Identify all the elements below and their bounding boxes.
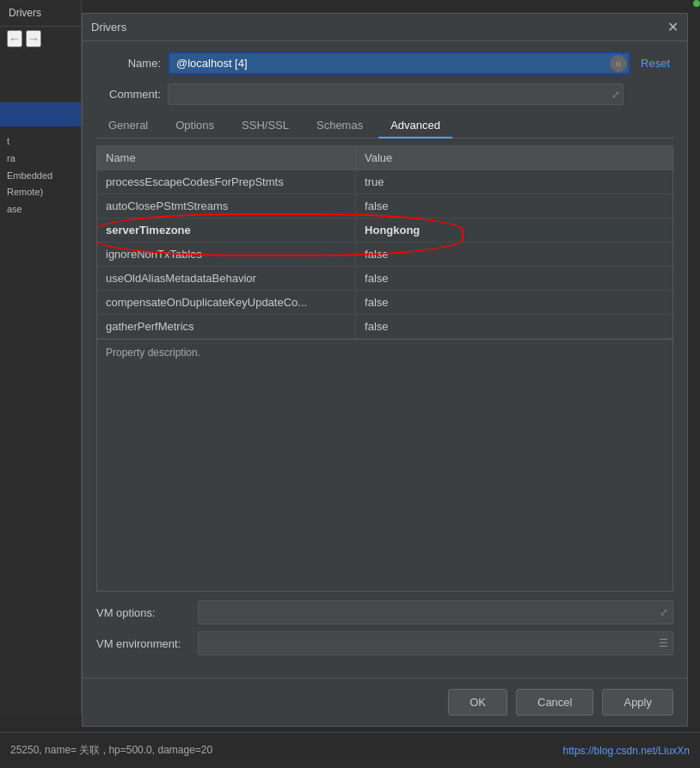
- comment-label: Comment:: [96, 88, 161, 101]
- vm-options-input[interactable]: [198, 600, 673, 624]
- table-row[interactable]: compensateOnDuplicateKeyUpdateCo... fals…: [97, 291, 672, 315]
- cell-timezone-value: Hongkong: [356, 218, 672, 242]
- name-input[interactable]: [168, 52, 630, 75]
- tab-general[interactable]: General: [96, 114, 160, 138]
- vm-environment-wrapper: ☰: [198, 631, 673, 655]
- comment-row: Comment: ⤢: [96, 83, 673, 105]
- cancel-button[interactable]: Cancel: [516, 689, 593, 716]
- sidebar-label-embedded: Embedded: [7, 168, 74, 185]
- vm-options-row: VM options: ⤢: [96, 600, 673, 624]
- tab-options[interactable]: Options: [163, 114, 226, 138]
- reset-button[interactable]: Reset: [637, 57, 673, 70]
- table-row-timezone[interactable]: serverTimezone Hongkong: [97, 218, 672, 243]
- sidebar-label-t: t: [7, 133, 74, 151]
- tab-schemas[interactable]: Schemas: [304, 114, 375, 138]
- table-header-name: Name: [97, 146, 356, 169]
- sidebar-label-remote: Remote): [7, 184, 74, 201]
- cell-name: processEscapeCodesForPrepStmts: [97, 170, 356, 194]
- dialog-close-button[interactable]: ✕: [667, 19, 679, 35]
- comment-expand-icon[interactable]: ⤢: [611, 89, 620, 101]
- sidebar-selected-item[interactable]: [0, 102, 81, 126]
- dialog-footer: OK Cancel Apply: [83, 678, 687, 726]
- main-dialog: Drivers ✕ Name: ○ Reset Comment: ⤢ Gener…: [82, 13, 688, 727]
- nav-forward-button[interactable]: →: [26, 30, 41, 47]
- description-text: Property description.: [106, 347, 200, 359]
- table-header-value: Value: [356, 146, 672, 169]
- table-row[interactable]: useOldAliasMetadataBehavior false: [97, 267, 672, 291]
- left-panel: Drivers ← → t ra Embedded Remote) ase: [0, 0, 82, 714]
- name-clear-button[interactable]: ○: [610, 55, 627, 72]
- status-bar: 25250, name= 关联 , hp=500.0, damage=20 ht…: [0, 732, 700, 768]
- nav-back-button[interactable]: ←: [7, 30, 22, 47]
- cell-value: true: [356, 170, 672, 194]
- table-row[interactable]: ignoreNonTxTables false: [97, 243, 672, 267]
- cell-name: gatherPerfMetrics: [97, 315, 356, 338]
- vm-options-label: VM options:: [96, 606, 191, 619]
- name-row: Name: ○ Reset: [96, 52, 673, 75]
- sidebar-label-ra: ra: [7, 151, 74, 168]
- ok-button[interactable]: OK: [448, 689, 507, 716]
- dialog-titlebar: Drivers ✕: [83, 14, 687, 41]
- status-left-text: 25250, name= 关联 , hp=500.0, damage=20: [10, 743, 212, 758]
- tab-ssh-ssl[interactable]: SSH/SSL: [230, 114, 301, 138]
- dialog-title: Drivers: [91, 21, 126, 34]
- table-body: processEscapeCodesForPrepStmts true auto…: [97, 170, 672, 591]
- cell-timezone-name: serverTimezone: [97, 218, 356, 242]
- panel-title-text: Drivers: [9, 7, 41, 19]
- dialog-content: Name: ○ Reset Comment: ⤢ General Options…: [83, 41, 687, 678]
- vm-options-wrapper: ⤢: [198, 600, 673, 624]
- table-row[interactable]: autoClosePStmtStreams false: [97, 194, 672, 218]
- table-row[interactable]: processEscapeCodesForPrepStmts true: [97, 170, 672, 194]
- tab-advanced[interactable]: Advanced: [378, 114, 452, 138]
- table-body-inner: processEscapeCodesForPrepStmts true auto…: [97, 170, 672, 339]
- table-row[interactable]: gatherPerfMetrics false: [97, 315, 672, 339]
- sidebar-label-ase: ase: [7, 201, 74, 218]
- comment-input[interactable]: [168, 83, 623, 105]
- apply-button[interactable]: Apply: [602, 689, 673, 716]
- cell-name: ignoreNonTxTables: [97, 243, 356, 266]
- cell-value: false: [356, 291, 672, 314]
- name-label: Name:: [96, 57, 161, 70]
- cell-name: compensateOnDuplicateKeyUpdateCo...: [97, 291, 356, 314]
- description-area: Property description.: [97, 339, 672, 366]
- tabs-bar: General Options SSH/SSL Schemas Advanced: [96, 114, 673, 138]
- status-right-url: https://blog.csdn.net/LiuxXn: [563, 745, 690, 757]
- cell-value: false: [356, 243, 672, 266]
- cell-value: false: [356, 315, 672, 338]
- cell-name: useOldAliasMetadataBehavior: [97, 267, 356, 290]
- sidebar-labels: t ra Embedded Remote) ase: [0, 126, 81, 225]
- vm-environment-row: VM environment: ☰: [96, 631, 673, 655]
- properties-table: Name Value processEscapeCodesForPrepStmt…: [96, 145, 673, 592]
- cell-value: false: [356, 194, 672, 218]
- nav-buttons: ← →: [0, 27, 81, 51]
- green-indicator: [693, 0, 700, 7]
- vm-environment-label: VM environment:: [96, 637, 191, 650]
- cell-name: autoClosePStmtStreams: [97, 194, 356, 218]
- vm-section: VM options: ⤢ VM environment: ☰: [96, 592, 673, 667]
- vm-environment-input[interactable]: [198, 631, 673, 655]
- cell-value: false: [356, 267, 672, 290]
- table-header: Name Value: [97, 146, 672, 170]
- left-panel-title: Drivers: [0, 0, 81, 27]
